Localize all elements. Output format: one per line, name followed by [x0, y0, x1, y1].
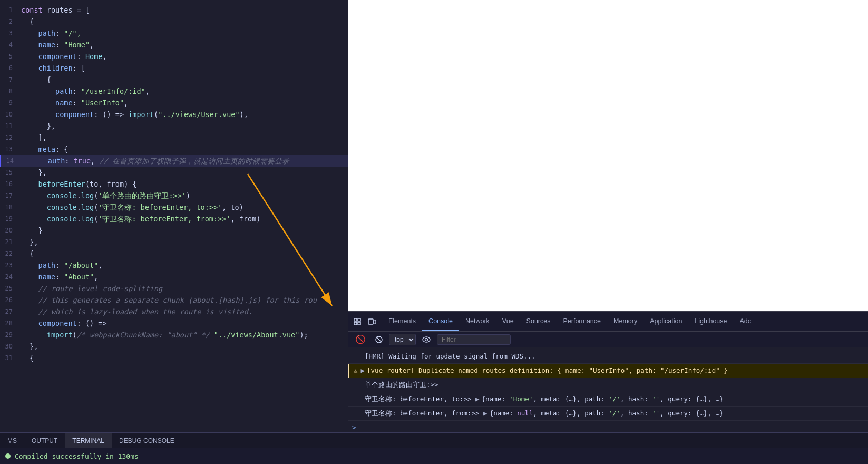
devtools-panel: Elements Console Network Vue Sources Per… — [348, 311, 868, 432]
console-line-warn: ⚠ ▶ [vue-router] Duplicate named routes … — [348, 364, 868, 378]
success-indicator — [5, 453, 11, 459]
clear-console-button[interactable]: 🚫 — [352, 332, 369, 346]
console-toolbar: 🚫 top — [348, 332, 868, 347]
tab-ms[interactable]: MS — [0, 433, 24, 448]
inspect-icon[interactable] — [350, 312, 365, 331]
code-line: 30 }, — [0, 341, 348, 352]
svg-rect-4 — [354, 322, 357, 325]
code-line: 28 component: () => — [0, 317, 348, 329]
code-line: 3 path: "/", — [0, 27, 348, 39]
code-line: 24 name: "About", — [0, 271, 348, 283]
svg-rect-3 — [358, 318, 360, 321]
code-line: 22 { — [0, 248, 348, 259]
svg-point-10 — [423, 337, 430, 342]
code-lines: 1 const routes = [ 2 { 3 path: "/", 4 n — [0, 0, 348, 368]
code-line: 15 }, — [0, 167, 348, 178]
eye-icon[interactable] — [419, 334, 434, 345]
code-line: 18 console.log('守卫名称: beforeEnter, to:>>… — [0, 201, 348, 213]
tab-lighthouse[interactable]: Lighthouse — [688, 312, 733, 331]
code-line: 27 // which is lazy-loaded when the rout… — [0, 306, 348, 317]
tab-performance[interactable]: Performance — [557, 312, 607, 331]
console-line-log3: 守卫名称: beforeEnter, from:>> ▶{name: null,… — [348, 407, 868, 421]
code-line: 11 }, — [0, 120, 348, 132]
console-line-log1: 单个路由的路由守卫:>> — [348, 378, 868, 392]
code-line-highlighted: 14 auth: true, // 在首页添加了权限子弹，就是访问主页的时候需要… — [0, 155, 348, 167]
tab-memory[interactable]: Memory — [607, 312, 643, 331]
console-line-hmr: [HMR] Waiting for update signal from WDS… — [348, 350, 868, 364]
bottom-bar: MS OUTPUT TERMINAL DEBUG CONSOLE Compile… — [0, 432, 868, 464]
console-prompt-line[interactable]: > — [348, 421, 868, 432]
svg-rect-6 — [368, 319, 373, 324]
tab-vue[interactable]: Vue — [496, 312, 520, 331]
console-output: [HMR] Waiting for update signal from WDS… — [348, 347, 868, 432]
code-line: 9 name: "UserInfo", — [0, 97, 348, 109]
code-line: 8 path: "/userInfo/:id", — [0, 85, 348, 97]
code-line: 25 // route level code-splitting — [0, 283, 348, 294]
tab-sources[interactable]: Sources — [520, 312, 557, 331]
terminal-text: Compiled successfully in 130ms — [15, 452, 139, 460]
code-line: 7 { — [0, 74, 348, 85]
code-line: 20 } — [0, 225, 348, 236]
code-line: 29 import(/* webpackChunkName: "about" *… — [0, 329, 348, 341]
tab-adc[interactable]: Adc — [734, 312, 758, 331]
device-icon[interactable] — [365, 312, 379, 331]
tab-console[interactable]: Console — [422, 312, 459, 331]
code-line: 5 component: Home, — [0, 51, 348, 62]
console-line-log2: 守卫名称: beforeEnter, to:>> ▶{name: 'Home',… — [348, 392, 868, 407]
svg-rect-7 — [374, 320, 376, 324]
tab-elements[interactable]: Elements — [382, 312, 422, 331]
code-line: 17 console.log('单个路由的路由守卫:>>') — [0, 190, 348, 201]
tab-network[interactable]: Network — [459, 312, 496, 331]
svg-line-9 — [376, 337, 382, 342]
svg-point-11 — [425, 338, 428, 341]
code-line: 23 path: "/about", — [0, 259, 348, 271]
code-editor: 1 const routes = [ 2 { 3 path: "/", 4 n — [0, 0, 348, 432]
code-line: 16 beforeEnter(to, from) { — [0, 178, 348, 190]
tab-debug-console[interactable]: DEBUG CONSOLE — [112, 433, 182, 448]
console-filter-input[interactable] — [437, 334, 511, 345]
code-line: 26 // this generates a separate chunk (a… — [0, 294, 348, 306]
svg-rect-5 — [358, 322, 360, 325]
svg-rect-2 — [354, 318, 357, 321]
devtools-tabs: Elements Console Network Vue Sources Per… — [348, 312, 868, 332]
code-line: 10 component: () => import("../views/Use… — [0, 109, 348, 120]
context-selector[interactable]: top — [389, 334, 416, 345]
bottom-tabs: MS OUTPUT TERMINAL DEBUG CONSOLE — [0, 433, 868, 448]
code-line: 19 console.log('守卫名称: beforeEnter, from:… — [0, 213, 348, 225]
tab-terminal[interactable]: TERMINAL — [65, 433, 112, 448]
code-line: 1 const routes = [ — [0, 4, 348, 16]
block-icon[interactable] — [372, 334, 386, 345]
code-line: 4 name: "Home", — [0, 39, 348, 51]
code-line: 6 children: [ — [0, 62, 348, 74]
terminal-content: Compiled successfully in 130ms — [0, 448, 868, 464]
browser-area: Elements Console Network Vue Sources Per… — [348, 0, 868, 432]
tab-output[interactable]: OUTPUT — [24, 433, 65, 448]
code-line: 13 meta: { — [0, 143, 348, 155]
code-line: 2 { — [0, 16, 348, 27]
code-line: 12 ], — [0, 132, 348, 143]
code-line: 21 }, — [0, 236, 348, 248]
tab-application[interactable]: Application — [643, 312, 688, 331]
browser-page — [348, 0, 868, 311]
code-line: 31 { — [0, 352, 348, 364]
